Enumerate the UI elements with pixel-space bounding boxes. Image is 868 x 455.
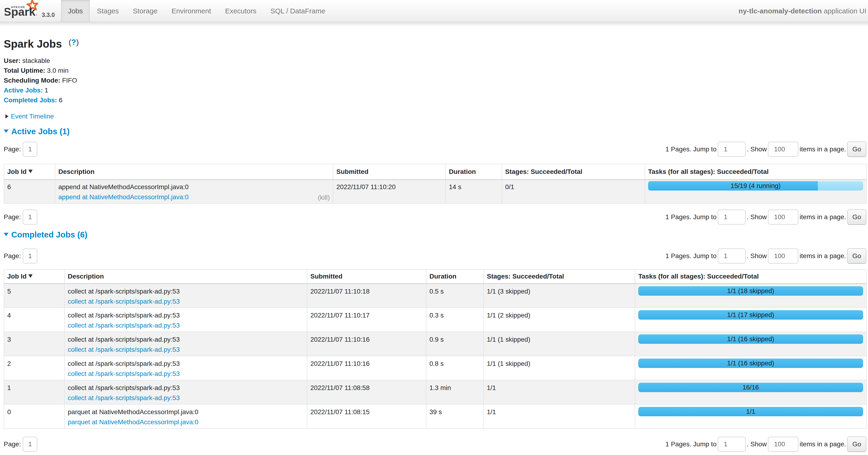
svg-text:Spark: Spark (5, 5, 36, 18)
